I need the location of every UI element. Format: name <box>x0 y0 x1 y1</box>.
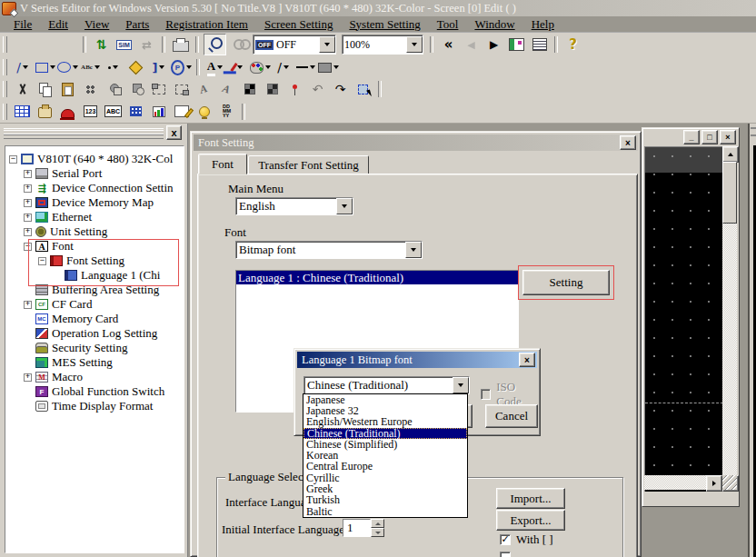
overlap-button[interactable] <box>228 35 249 55</box>
chevron-down-icon[interactable] <box>319 36 335 53</box>
toolbar-grip[interactable] <box>3 36 7 53</box>
tree-item-mes-setting[interactable]: MES Setting <box>24 355 113 370</box>
language-listbox-selected-row[interactable]: Language 1 : Chinese (Traditional) <box>236 271 518 284</box>
first-screen-button[interactable]: « <box>438 35 459 55</box>
menu-help[interactable]: Help <box>523 17 562 32</box>
dropdown-caret-icon[interactable] <box>73 65 78 69</box>
tree-item-macro[interactable]: +MMacro <box>24 370 83 384</box>
resize-grip[interactable] <box>722 475 737 490</box>
tile-b-button[interactable] <box>262 79 283 99</box>
tab-font[interactable]: Font <box>198 154 247 174</box>
expand-icon[interactable]: + <box>24 373 32 382</box>
merge-square-button[interactable] <box>125 79 146 99</box>
tree-item-memory-card[interactable]: MCMemory Card <box>24 312 118 326</box>
open-file-button[interactable] <box>35 35 55 55</box>
off-combobox[interactable]: OFFOFF <box>253 35 336 55</box>
clip-in-button[interactable] <box>148 79 169 99</box>
menu-tool[interactable]: Tool <box>429 17 467 32</box>
toolbar-grip[interactable] <box>3 81 7 97</box>
tree-item-ethernet[interactable]: +Ethernet <box>24 210 92 224</box>
buzzer-button[interactable] <box>194 102 214 122</box>
pin-button[interactable] <box>284 79 305 99</box>
dropdown-caret-icon[interactable] <box>217 65 223 69</box>
menu-window[interactable]: Window <box>466 17 522 32</box>
menu-file[interactable]: File <box>5 17 40 32</box>
tree-item-device-memory-map[interactable]: +Device Memory Map <box>24 195 154 210</box>
switch-button[interactable] <box>35 102 55 122</box>
screen-list-button[interactable] <box>506 35 527 55</box>
maximize-icon[interactable]: □ <box>701 130 718 144</box>
merge-circle-button[interactable] <box>103 79 124 99</box>
vertical-scroll-thumb[interactable] <box>722 162 737 224</box>
expand-icon[interactable]: + <box>24 214 32 222</box>
minimize-icon[interactable]: _ <box>683 130 700 144</box>
menu-registration-item[interactable]: Registration Item <box>157 17 256 32</box>
tree-item-global-function-switch[interactable]: FGlobal Function Switch <box>24 384 164 399</box>
dropdown-caret-icon[interactable] <box>50 65 55 69</box>
download-button[interactable]: ⇅ <box>91 35 112 55</box>
graph-button[interactable] <box>148 102 169 122</box>
ellipse-tool-button[interactable] <box>57 57 78 77</box>
next-screen-button[interactable]: ▶ <box>483 35 504 55</box>
save-file-button[interactable] <box>57 35 78 55</box>
date-button[interactable]: DD MM YY <box>216 102 237 122</box>
dropdown-caret-icon[interactable] <box>23 65 28 69</box>
menu-view[interactable]: View <box>76 17 117 32</box>
clip-out-button[interactable] <box>171 79 192 99</box>
with-brackets-checkbox[interactable]: With [ ] <box>500 532 553 547</box>
paint-tool-button[interactable] <box>125 57 146 77</box>
bitmap-dialog-titlebar[interactable]: Language 1 Bitmap font × <box>297 352 537 368</box>
paste-button[interactable] <box>57 79 78 99</box>
tree-item-unit-setting[interactable]: +Unit Setting <box>24 224 107 239</box>
chevron-down-icon[interactable] <box>406 36 423 53</box>
undo-button[interactable]: ↶ <box>307 79 328 99</box>
setting-button[interactable]: Setting <box>522 270 610 295</box>
menu-screen-setting[interactable]: Screen Setting <box>256 17 341 32</box>
pen-tool-button[interactable] <box>227 57 248 77</box>
initial-interface-language-input[interactable]: 1 <box>343 519 371 537</box>
collapse-icon[interactable]: − <box>24 243 32 251</box>
group-button[interactable] <box>80 79 101 99</box>
tree-item-font-setting[interactable]: −Font Setting <box>38 254 124 268</box>
text-tool-button[interactable]: ABc <box>80 57 101 77</box>
dropdown-caret-icon[interactable] <box>159 65 164 69</box>
collapse-icon[interactable]: − <box>38 257 46 265</box>
chevron-down-icon[interactable] <box>453 377 469 393</box>
copy-button[interactable] <box>35 79 55 99</box>
dropdown-caret-icon[interactable] <box>186 65 192 69</box>
scroll-up-icon[interactable] <box>722 146 739 163</box>
bracket-tool-button[interactable]: ] <box>148 57 169 77</box>
font-dialog-titlebar[interactable]: Font Setting × <box>194 134 638 151</box>
item-list-button[interactable] <box>529 35 550 55</box>
tree-item-cf-card[interactable]: +CFCF Card <box>24 297 92 312</box>
rotate-right-button[interactable]: A <box>216 79 237 99</box>
tree-item-language-1-chi[interactable]: Language 1 (Chi <box>53 268 160 283</box>
tab-transfer-font-setting[interactable]: Transfer Font Setting <box>248 155 369 174</box>
table-button[interactable] <box>12 102 33 122</box>
vertical-scrollbar[interactable] <box>722 146 737 492</box>
main-menu-combobox[interactable]: English <box>235 197 353 215</box>
tree-item-device-connection-settin[interactable]: +⇶Device Connection Settin <box>24 181 174 195</box>
statistic-button[interactable] <box>171 102 192 122</box>
line-style-button[interactable]: / <box>273 57 293 77</box>
tree-item-buffering-area-setting[interactable]: Buffering Area Setting <box>24 283 159 297</box>
screen-canvas[interactable] <box>644 146 724 493</box>
line-tool-button[interactable]: / <box>12 57 33 77</box>
close-icon[interactable]: × <box>720 130 736 144</box>
tree-item-font[interactable]: −AFont <box>24 239 74 254</box>
toolbar-grip[interactable] <box>3 59 7 75</box>
parts-tool-button[interactable]: P <box>171 57 192 77</box>
chevron-down-icon[interactable] <box>336 198 353 214</box>
menu-edit[interactable]: Edit <box>40 17 76 32</box>
tree-item-operation-log-setting[interactable]: Operation Log Setting <box>24 326 157 341</box>
menu-system-setting[interactable]: System Setting <box>341 17 428 32</box>
print-button[interactable] <box>170 35 191 55</box>
expand-icon[interactable]: + <box>24 199 32 207</box>
checkbox-checked-icon[interactable] <box>500 534 511 545</box>
zoom-button[interactable] <box>204 34 226 55</box>
dropdown-caret-icon[interactable] <box>113 65 118 69</box>
palette-tool-button[interactable] <box>250 57 271 77</box>
spin-up-icon[interactable] <box>371 519 384 528</box>
import-button[interactable]: Import... <box>496 488 565 509</box>
rotate-left-button[interactable]: A <box>194 79 214 99</box>
